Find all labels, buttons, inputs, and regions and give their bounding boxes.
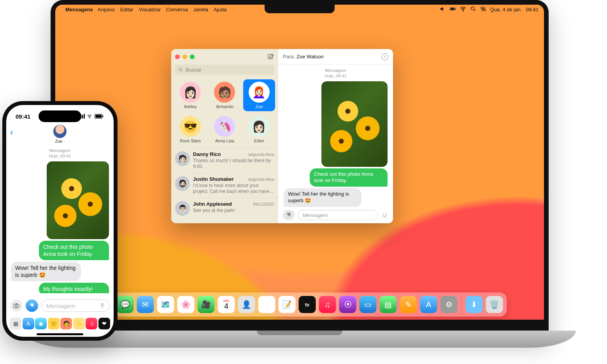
apps-button[interactable] — [26, 299, 38, 312]
avatar: 🧑🏻 — [175, 151, 190, 166]
apps-button[interactable] — [283, 210, 295, 220]
dock-app-contacts[interactable]: 👤 — [238, 296, 255, 313]
app-drawer-photos[interactable]: ▦ — [10, 318, 21, 329]
control-center-icon[interactable] — [480, 6, 486, 13]
dock-app-messages[interactable]: 💬 — [117, 296, 134, 313]
menubar-date[interactable]: Qua. 4 de jan. — [490, 7, 522, 12]
conversation-row[interactable]: 🧔🏻 Justin Shumakersegunda-feira I'd love… — [171, 173, 278, 198]
dock-app-pages[interactable]: ✎ — [400, 296, 417, 313]
sound-icon[interactable] — [440, 6, 446, 13]
conversation-date: segunda-feira — [248, 152, 274, 157]
close-button[interactable] — [175, 54, 180, 59]
sent-bubble[interactable]: My thoughts exactly! — [39, 283, 109, 293]
app-drawer-memoji-1[interactable]: 🙂 — [48, 318, 60, 329]
back-button[interactable]: ‹ — [10, 127, 13, 138]
svg-rect-19 — [102, 303, 103, 306]
menu-janela[interactable]: Janela — [193, 7, 208, 12]
dock-app-calendar[interactable]: JAN.4 — [218, 296, 235, 313]
search-input[interactable]: Buscar — [175, 65, 274, 75]
app-drawer-memoji-2[interactable]: 🧑 — [60, 318, 72, 329]
pinned-conversation-anna-lisa[interactable]: 🦄Anna Lisa — [209, 114, 240, 145]
app-drawer-activity[interactable]: ✨ — [73, 318, 85, 329]
battery-icon — [94, 113, 104, 120]
received-bubble[interactable]: Wow! Tell her the lighting is superb 🤩 — [284, 188, 361, 207]
dock-app-tv[interactable]: tv — [299, 296, 316, 313]
pinned-conversation-rock-stars[interactable]: 😎Rock Stars — [174, 114, 206, 145]
macbook-bezel: Mensagens Arquivo Editar Visualizar Conv… — [51, 0, 549, 338]
sent-bubble[interactable]: Check out this photo Anna took on Friday… — [310, 168, 388, 187]
avatar: 👨🏻 — [175, 201, 190, 216]
svg-point-13 — [89, 117, 90, 118]
dock-app-music[interactable]: ♫ — [319, 296, 336, 313]
svg-point-18 — [15, 305, 17, 307]
minimize-button[interactable] — [182, 54, 187, 59]
home-indicator[interactable] — [37, 333, 83, 335]
menu-ajuda[interactable]: Ajuda — [214, 7, 226, 12]
menu-visualizar[interactable]: Visualizar — [139, 7, 161, 12]
dock-app-notes[interactable]: 📝 — [279, 296, 296, 313]
contact-avatar[interactable] — [53, 125, 67, 138]
received-bubble[interactable]: Wow! Tell her the lighting is superb 🤩 — [11, 262, 81, 281]
pinned-conversation-eden[interactable]: 👩🏻Eden — [243, 114, 275, 145]
dock-app-keynote[interactable]: ▭ — [360, 296, 377, 313]
info-icon[interactable]: i — [381, 53, 388, 60]
dock-app-photos[interactable]: 🌸 — [177, 296, 195, 313]
pinned-conversation-ashley[interactable]: 👩🏻Ashley — [174, 79, 206, 111]
svg-rect-12 — [84, 114, 85, 119]
menubar-app-name[interactable]: Mensagens — [65, 7, 93, 12]
conversation-row[interactable]: 🧑🏻 Danny Ricosegunda-feira Thanks so muc… — [171, 148, 278, 173]
message-input-placeholder: Mensagem — [303, 212, 328, 218]
app-drawer-music[interactable]: ♫ — [86, 318, 97, 329]
dock-app-podcasts[interactable]: ⦿ — [339, 296, 356, 313]
avatar: 👩🏻‍🦰 — [249, 82, 270, 103]
message-input[interactable]: Mensagem — [298, 210, 378, 220]
menubar-time[interactable]: 09:41 — [526, 7, 539, 12]
menu-conversa[interactable]: Conversa — [166, 7, 188, 12]
app-drawer-digital-touch[interactable]: ❤ — [98, 318, 110, 329]
conversation-preview: See you at the park! — [193, 208, 274, 214]
pin-label: Anna Lisa — [215, 138, 234, 143]
search-icon — [178, 67, 183, 72]
emoji-picker-icon[interactable]: ☺︎ — [381, 211, 388, 219]
pinned-conversation-armando[interactable]: 🧑🏽Armando — [209, 79, 240, 111]
dictation-icon[interactable] — [99, 302, 105, 310]
iphone-message-input[interactable]: Mensagem — [41, 299, 110, 312]
conversation-date: segunda-feira — [248, 177, 274, 182]
sent-photo[interactable] — [321, 81, 388, 167]
dock-downloads[interactable]: ⬇︎ — [466, 296, 483, 313]
svg-rect-16 — [103, 115, 104, 117]
dock-app-reminders[interactable]: ☰ — [258, 296, 275, 313]
conversation-list: 🧑🏻 Danny Ricosegunda-feira Thanks so muc… — [171, 148, 278, 223]
pin-label: Eden — [254, 138, 264, 143]
dock-app-maps[interactable]: 🗺️ — [157, 296, 174, 313]
dock-app-settings[interactable]: ⚙︎ — [440, 296, 458, 313]
compose-icon[interactable] — [267, 53, 274, 60]
dock-app-appstore[interactable]: A — [420, 296, 437, 313]
avatar: 🧑🏽 — [214, 82, 235, 103]
dock-app-mail[interactable]: ✉︎ — [137, 296, 154, 313]
spotlight-icon[interactable] — [470, 6, 476, 13]
zoom-button[interactable] — [190, 54, 195, 59]
iphone-sent-photo[interactable] — [47, 161, 109, 239]
pinned-conversation-zoe[interactable]: 👩🏻‍🦰Zoe — [243, 79, 275, 111]
app-drawer-audio[interactable]: ◉ — [35, 318, 47, 329]
svg-rect-11 — [82, 115, 83, 119]
dock-trash[interactable]: 🗑️ — [486, 296, 503, 313]
menu-arquivo[interactable]: Arquivo — [98, 7, 115, 12]
app-drawer-store[interactable]: A — [23, 318, 34, 329]
dock: 🧭💬✉︎🗺️🌸🎥JAN.4👤☰📝tv♫⦿▭▤✎A⚙︎⬇︎🗑️ — [93, 292, 507, 317]
menu-editar[interactable]: Editar — [120, 7, 133, 12]
recipient-name[interactable]: Zoe Watson — [296, 54, 324, 60]
camera-button[interactable] — [10, 299, 23, 312]
messages-main: Para: Zoe Watson i Mensagem Hoje, 09:41 … — [278, 49, 393, 223]
battery-icon[interactable] — [450, 6, 456, 13]
iphone-input-placeholder: Mensagem — [46, 303, 75, 309]
wifi-icon[interactable] — [460, 6, 466, 13]
thread-timestamp: Mensagem Hoje, 09:41 — [284, 68, 388, 79]
contact-name[interactable]: Zoe › — [55, 139, 65, 144]
dynamic-island — [39, 110, 81, 122]
sent-bubble[interactable]: Check out this photo Anna took on Friday… — [39, 241, 109, 260]
conversation-row[interactable]: 👨🏻 John Appleseed09/12/2022 See you at t… — [171, 198, 278, 219]
dock-app-facetime[interactable]: 🎥 — [198, 296, 215, 313]
dock-app-numbers[interactable]: ▤ — [380, 296, 397, 313]
